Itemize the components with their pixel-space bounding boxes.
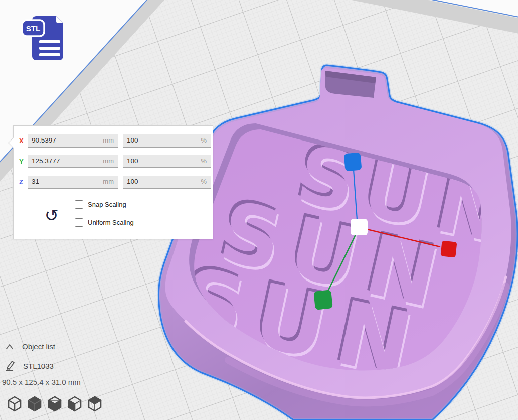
x-percent-field: % <box>123 134 211 148</box>
view-top-button[interactable] <box>46 395 63 412</box>
z-percent-unit: % <box>201 178 211 185</box>
y-percent-field: % <box>123 155 211 168</box>
view-front-button[interactable] <box>26 395 43 412</box>
y-mm-input[interactable] <box>28 157 103 165</box>
y-mm-unit: mm <box>103 157 118 165</box>
x-scale-handle[interactable] <box>440 241 457 258</box>
x-axis-label: X <box>19 137 28 145</box>
x-mm-input[interactable] <box>28 136 103 144</box>
x-percent-input[interactable] <box>123 136 201 144</box>
uniform-scaling-label: Uniform Scaling <box>88 219 134 226</box>
document-line <box>39 47 60 50</box>
z-scale-handle[interactable] <box>344 153 362 172</box>
object-list-item-name: STL1033 <box>23 362 54 370</box>
cube-top-icon <box>46 395 63 412</box>
y-mm-field: mm <box>28 155 118 168</box>
stl-file-icon: STL <box>19 13 66 64</box>
model-dimensions-label: 90.5 x 125.4 x 31.0 mm <box>2 378 81 386</box>
x-mm-unit: mm <box>103 136 118 144</box>
x-percent-unit: % <box>201 136 211 144</box>
view-left-side-button[interactable] <box>66 395 83 412</box>
view-3d-button[interactable] <box>6 395 23 412</box>
center-scale-handle[interactable] <box>351 219 368 235</box>
pencil-icon <box>5 360 15 371</box>
cube-front-icon <box>26 395 43 412</box>
chevron-up-icon <box>5 343 14 350</box>
view-toolbar <box>6 395 103 412</box>
z-mm-input[interactable] <box>28 178 103 185</box>
document-line <box>39 40 60 43</box>
cube-left-icon <box>66 395 83 412</box>
object-list-header[interactable]: Object list <box>5 342 55 351</box>
cube-right-icon <box>86 395 103 412</box>
object-list-item[interactable]: STL1033 <box>5 360 54 371</box>
snap-scaling-label: Snap Scaling <box>88 201 126 208</box>
cube-3d-icon <box>6 395 23 412</box>
z-mm-unit: mm <box>103 178 118 185</box>
stl-badge-label: STL <box>26 24 40 33</box>
z-axis-label: Z <box>19 178 28 186</box>
x-mm-field: mm <box>28 134 118 148</box>
snap-scaling-row: Snap Scaling <box>75 200 126 209</box>
object-list-title: Object list <box>22 342 55 351</box>
z-percent-field: % <box>123 176 211 189</box>
y-percent-unit: % <box>201 157 211 165</box>
uniform-scaling-row: Uniform Scaling <box>75 218 134 227</box>
document-line <box>39 53 60 56</box>
z-mm-field: mm <box>28 176 118 189</box>
reset-scale-button[interactable]: ↺ <box>42 205 62 225</box>
scale-tool-panel: X mm % Y mm % Z mm % ↺ <box>13 125 213 239</box>
document-fold-corner <box>56 16 63 23</box>
snap-scaling-checkbox[interactable] <box>75 200 83 209</box>
y-percent-input[interactable] <box>123 157 201 165</box>
uniform-scaling-checkbox[interactable] <box>75 218 83 227</box>
view-right-side-button[interactable] <box>86 395 103 412</box>
z-percent-input[interactable] <box>123 178 201 185</box>
y-axis-label: Y <box>19 158 28 165</box>
y-scale-handle[interactable] <box>313 290 333 310</box>
